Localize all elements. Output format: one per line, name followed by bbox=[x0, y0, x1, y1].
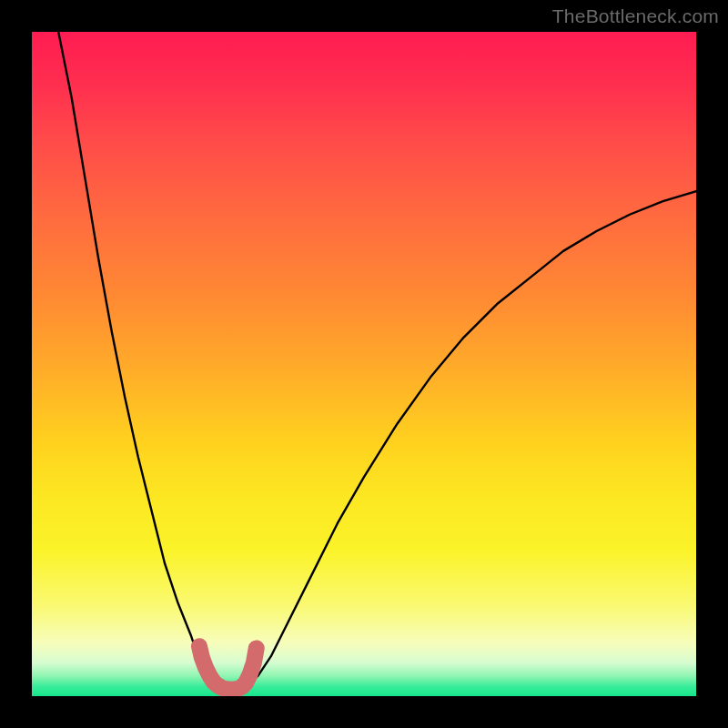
watermark-text: TheBottleneck.com bbox=[552, 5, 719, 27]
right-branch-curve bbox=[245, 191, 696, 686]
plot-area bbox=[32, 32, 696, 696]
trough-marker bbox=[199, 646, 257, 689]
chart-frame: TheBottleneck.com bbox=[0, 0, 728, 728]
curve-layer bbox=[32, 32, 696, 696]
left-branch-curve bbox=[58, 32, 217, 686]
